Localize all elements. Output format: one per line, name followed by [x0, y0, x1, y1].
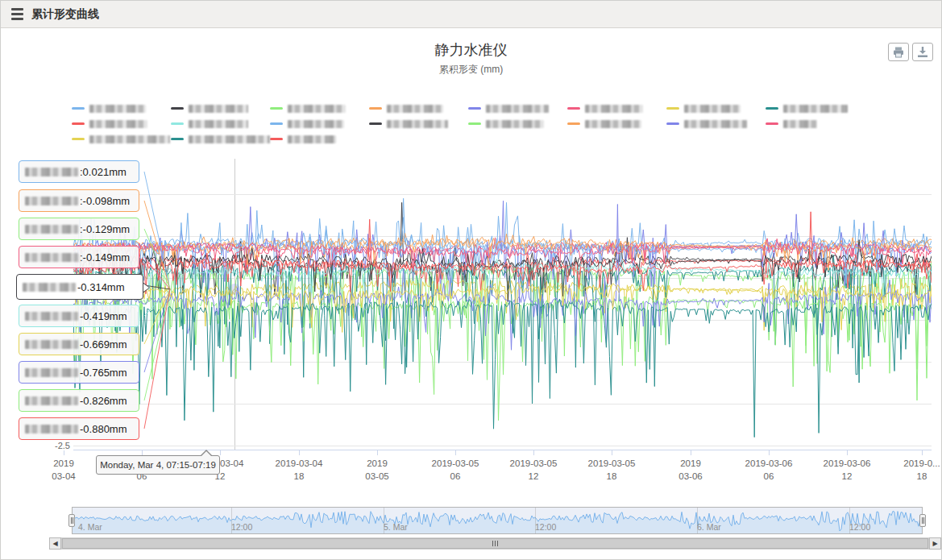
tooltip-row: :0.021mm [19, 160, 139, 183]
scrollbar-left-arrow[interactable]: ◀ [49, 537, 61, 550]
x-axis-tick [455, 450, 456, 455]
legend-marker [567, 122, 580, 125]
legend-label-redacted [288, 105, 346, 113]
legend-label-redacted [387, 105, 443, 113]
tooltip-value: -0.826mm [80, 395, 127, 407]
legend-item[interactable] [72, 135, 171, 143]
legend-label-redacted [89, 135, 170, 143]
x-axis-label: 2019-03-06 06 [745, 457, 793, 483]
legend-label-redacted [684, 105, 741, 113]
legend-label-redacted [189, 120, 248, 128]
tooltip-value: :-0.149mm [80, 251, 130, 263]
navigator-label: 6. Mar [697, 522, 721, 532]
legend-item[interactable] [468, 105, 567, 113]
navigator-gridline [849, 508, 850, 533]
x-axis-tick [847, 450, 848, 455]
legend [72, 101, 865, 147]
print-button[interactable] [888, 43, 909, 61]
legend-item[interactable] [270, 135, 369, 143]
tooltip-row: -0.419mm [19, 305, 139, 327]
series-line [73, 299, 932, 437]
navigator-gridline [535, 508, 536, 533]
x-axis-tick [612, 450, 612, 455]
list-icon [11, 8, 23, 20]
legend-item[interactable] [567, 120, 666, 128]
tooltip-series-label-redacted [25, 340, 78, 349]
download-button[interactable] [912, 43, 933, 61]
legend-label-redacted [486, 105, 549, 113]
legend-item[interactable] [766, 105, 865, 113]
legend-item[interactable] [369, 105, 468, 113]
legend-label-redacted [783, 120, 817, 128]
legend-item[interactable] [369, 120, 468, 128]
legend-marker [567, 107, 580, 110]
plot-area[interactable] [73, 159, 932, 451]
legend-item[interactable] [666, 120, 766, 128]
legend-item[interactable] [72, 120, 171, 128]
tooltip-series-label-redacted [25, 368, 78, 377]
legend-label-redacted [585, 120, 641, 128]
legend-item[interactable] [270, 105, 369, 113]
legend-marker [666, 122, 679, 125]
print-icon [892, 46, 905, 59]
legend-item[interactable] [468, 120, 567, 128]
scrollbar-track[interactable] [61, 537, 929, 550]
legend-label-redacted [189, 135, 270, 143]
scrollbar[interactable]: ◀ ▶ [49, 537, 941, 550]
legend-item[interactable] [567, 105, 666, 113]
tooltip-series-label-redacted [25, 312, 78, 321]
legend-item[interactable] [666, 105, 766, 113]
x-axis-label: 2019-03-04 18 [276, 457, 323, 483]
tooltip-callout-arrow-icon [143, 282, 150, 293]
legend-item[interactable] [171, 105, 270, 113]
legend-marker [72, 107, 85, 110]
x-axis-label: 2019-03-05 18 [588, 457, 636, 483]
tooltip-date-label: Monday, Mar 4, 07:15-07:19 [100, 460, 216, 470]
legend-label-redacted [783, 105, 848, 113]
legend-item[interactable] [171, 135, 270, 143]
navigator-left-handle[interactable] [68, 514, 75, 527]
tooltip-value: :-0.098mm [80, 195, 130, 207]
legend-item[interactable] [72, 105, 171, 113]
navigator[interactable]: 4. Mar12:005. Mar12:006. Mar12:00 [72, 507, 923, 534]
legend-label-redacted [89, 120, 147, 128]
x-axis-label: 2019-03-05 06 [432, 457, 479, 483]
navigator-right-handle[interactable] [919, 514, 926, 527]
x-axis-tick [769, 450, 770, 455]
legend-marker [468, 122, 481, 125]
tooltip-series-label-redacted [25, 197, 78, 205]
legend-label-redacted [89, 105, 146, 113]
x-axis-label: 2019 03-04 [52, 457, 75, 483]
legend-item[interactable] [171, 120, 270, 128]
legend-label-redacted [387, 120, 448, 128]
x-axis-tick [220, 450, 221, 455]
chart-subtitle: 累积形变 (mm) [1, 63, 941, 77]
page-title: 累计形变曲线 [31, 7, 99, 22]
legend-item[interactable] [270, 120, 369, 128]
tooltip-row: -0.826mm [19, 389, 139, 412]
legend-marker [270, 122, 283, 125]
legend-marker [72, 138, 85, 140]
scrollbar-thumb[interactable] [62, 538, 928, 549]
tooltip-value: -0.880mm [80, 423, 127, 435]
legend-label-redacted [684, 120, 747, 128]
legend-label-redacted [585, 105, 643, 113]
series-line [73, 289, 932, 421]
legend-item[interactable] [766, 120, 865, 128]
navigator-gridline [697, 508, 698, 533]
hover-point-halo [229, 284, 240, 295]
x-axis-label: 2019 03-06 [678, 457, 702, 483]
scrollbar-right-arrow[interactable]: ▶ [929, 537, 941, 550]
tooltip-series-label-redacted [25, 396, 78, 405]
legend-marker [171, 122, 184, 125]
tooltip-series-label-redacted [25, 225, 78, 234]
x-axis-label: 2019 03-05 [365, 457, 388, 483]
x-axis-tick [64, 450, 64, 455]
navigator-gridline [231, 508, 232, 533]
tooltip-row: -0.765mm [19, 361, 139, 384]
legend-marker [666, 107, 679, 110]
page: 累计形变曲线 静力水准仪 累积形变 (mm) -2.5 2019 03-0420… [0, 0, 942, 560]
x-axis-tick [533, 450, 534, 455]
legend-label-redacted [189, 105, 248, 113]
navigator-label: 12:00 [535, 522, 556, 532]
